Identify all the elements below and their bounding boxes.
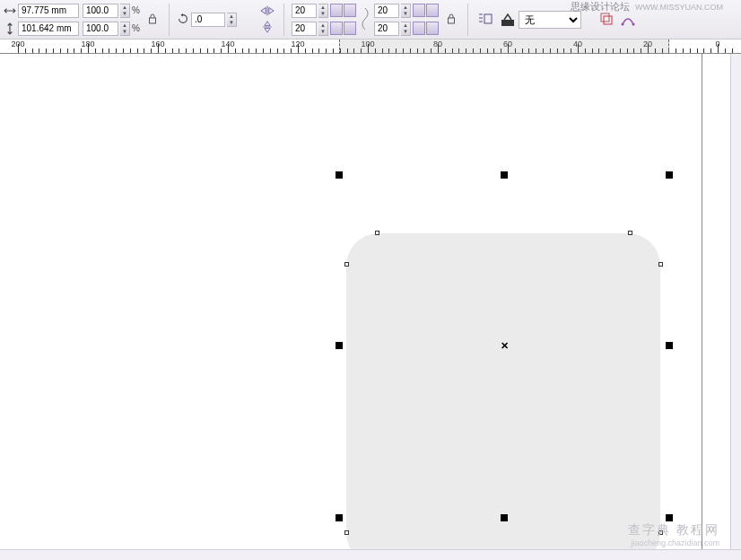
rounded-rect-shape[interactable] xyxy=(346,233,660,560)
scale-y-spinner[interactable]: ▲▼ xyxy=(120,22,130,36)
ruler-tick-minor xyxy=(193,48,194,53)
rotation-input[interactable] xyxy=(191,13,225,27)
svg-point-11 xyxy=(621,22,623,25)
sel-handle-br[interactable] xyxy=(666,514,673,521)
svg-rect-8 xyxy=(501,20,514,26)
ruler-tick-minor xyxy=(200,48,201,53)
sel-handle-tm[interactable] xyxy=(501,171,508,179)
percent-label-y: % xyxy=(132,23,140,33)
corner-tl-style-buttons[interactable] xyxy=(330,4,356,17)
footer-watermark-sub: jiaocheng.chazidian.com xyxy=(628,538,719,547)
ruler-label: 160 xyxy=(151,39,164,48)
svg-rect-10 xyxy=(604,16,612,24)
sel-handle-tl[interactable] xyxy=(336,171,343,179)
corner-tr-input[interactable] xyxy=(374,4,399,18)
ruler-tick-minor xyxy=(312,48,313,53)
ruler-tick-minor xyxy=(732,48,733,53)
ruler-tick-minor xyxy=(46,48,47,53)
corner-tl-input[interactable] xyxy=(292,4,317,18)
corner-bl-style-buttons[interactable] xyxy=(330,22,356,35)
page-edge-line xyxy=(702,54,702,549)
svg-rect-9 xyxy=(601,13,609,22)
ruler-tick-minor xyxy=(109,48,109,53)
lock-icon xyxy=(148,13,157,26)
ruler-tick-minor xyxy=(179,48,179,53)
corner-tr-spinner[interactable]: ▲▼ xyxy=(401,4,411,18)
vertical-scrollbar[interactable] xyxy=(730,54,741,549)
ruler-tick-minor xyxy=(39,48,39,53)
toolbar-divider-3 xyxy=(467,4,468,36)
ruler-label: 180 xyxy=(81,39,94,48)
sel-handle-tr[interactable] xyxy=(666,171,673,179)
scale-x-spinner[interactable]: ▲▼ xyxy=(120,4,130,18)
corner-br-input[interactable] xyxy=(374,22,399,36)
header-watermark: 思缘设计论坛 WWW.MISSYUAN.COM xyxy=(571,0,723,13)
svg-rect-0 xyxy=(149,18,155,23)
corner-br-spinner[interactable]: ▲▼ xyxy=(401,22,411,36)
ruler-tick-minor xyxy=(186,48,187,53)
corner-node-tr[interactable] xyxy=(628,231,632,235)
sel-handle-mr[interactable] xyxy=(666,342,673,349)
mirror-horiz-button[interactable] xyxy=(258,4,276,19)
ruler-tick-minor xyxy=(144,48,144,53)
corner-node-lb[interactable] xyxy=(344,530,349,535)
ruler-tick-minor xyxy=(277,48,278,53)
sel-handle-ml[interactable] xyxy=(336,342,343,349)
ruler-tick-minor xyxy=(207,48,208,53)
ruler-tick-minor xyxy=(32,48,33,53)
corner-node-rt[interactable] xyxy=(658,262,663,267)
lock-corners-button[interactable] xyxy=(442,11,460,29)
scale-group: ▲▼ % ▲▼ % xyxy=(83,3,140,37)
corner-tl-spinner[interactable]: ▲▼ xyxy=(318,4,328,18)
sel-handle-bm[interactable] xyxy=(501,514,508,521)
pos-x-input[interactable] xyxy=(18,4,79,18)
corner-tr-style-buttons[interactable] xyxy=(413,4,439,17)
vert-pos-icon xyxy=(4,22,16,35)
scale-x-input[interactable] xyxy=(83,4,118,18)
watermark-text: 思缘设计论坛 xyxy=(571,0,630,13)
ruler-tick-minor xyxy=(74,48,74,53)
mirror-vert-button[interactable] xyxy=(258,21,276,35)
ruler-label: 200 xyxy=(11,39,24,48)
ruler-tick-minor xyxy=(703,48,704,53)
overprint-icon xyxy=(599,12,614,28)
corner-node-tl[interactable] xyxy=(375,231,379,235)
corner-node-lt[interactable] xyxy=(344,262,349,267)
ruler-tick-minor xyxy=(116,48,117,53)
ruler-tick-minor xyxy=(270,48,271,53)
ruler-selection-indicator xyxy=(339,39,669,54)
sel-handle-bl[interactable] xyxy=(336,514,343,521)
scale-y-input[interactable] xyxy=(83,22,118,36)
ruler-tick-minor xyxy=(221,48,222,53)
lock-ratio-button[interactable] xyxy=(144,11,161,29)
pos-y-input[interactable] xyxy=(18,22,79,36)
convert-curve-icon xyxy=(621,12,635,28)
ruler-tick-minor xyxy=(165,48,166,53)
ruler-tick-minor xyxy=(95,48,96,53)
corner-left-group: ▲▼ ▲▼ xyxy=(292,3,356,37)
selection-center-icon[interactable]: ✕ xyxy=(501,340,509,352)
ruler-tick-minor xyxy=(676,48,676,53)
canvas-area[interactable]: ✕ xyxy=(0,54,730,549)
rotation-spinner[interactable]: ▲▼ xyxy=(227,13,237,27)
ruler-tick-minor xyxy=(235,48,236,53)
ruler-tick-minor xyxy=(683,48,684,53)
corner-br-style-buttons[interactable] xyxy=(413,22,439,35)
horiz-pos-icon xyxy=(4,4,16,17)
corner-bl-input[interactable] xyxy=(292,22,317,36)
wrap-flow-button[interactable] xyxy=(475,11,497,29)
corner-bl-spinner[interactable]: ▲▼ xyxy=(318,22,328,36)
ruler-tick-minor xyxy=(242,48,243,53)
ruler-tick-minor xyxy=(333,48,334,53)
wrap-flow-icon xyxy=(478,12,494,28)
mirror-group xyxy=(258,4,276,35)
corner-right-group: ▲▼ ▲▼ xyxy=(374,3,439,37)
svg-rect-3 xyxy=(448,18,454,23)
ruler-tick-minor xyxy=(130,48,131,53)
ruler-label: 0 xyxy=(715,39,719,48)
ruler-tick-minor xyxy=(256,48,257,53)
horizontal-scrollbar[interactable] xyxy=(0,549,741,560)
svg-point-12 xyxy=(632,22,634,25)
ruler-tick-minor xyxy=(291,48,292,53)
outline-color-box[interactable] xyxy=(501,13,515,27)
